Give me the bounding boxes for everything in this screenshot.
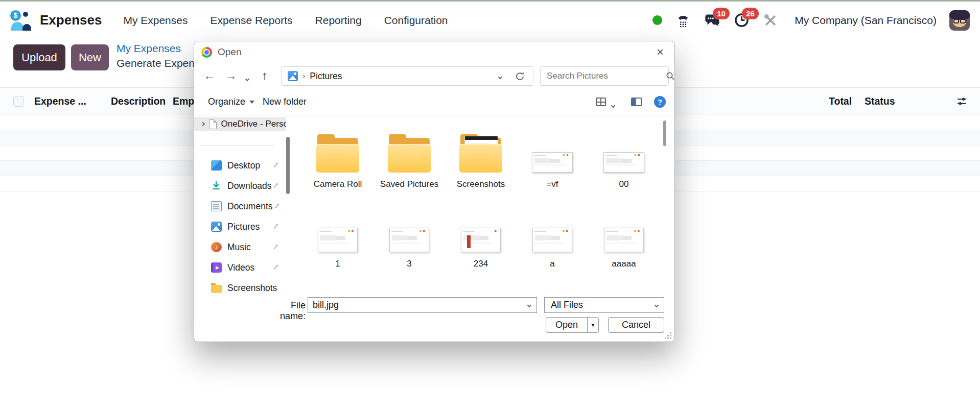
upload-button[interactable]: Upload <box>13 44 65 70</box>
grid-item-file[interactable]: a <box>522 224 583 269</box>
address-dropdown-button[interactable] <box>499 71 502 81</box>
view-mode-button[interactable] <box>596 98 606 106</box>
screen: $ Expenses My Expenses Expense Reports R… <box>0 0 980 412</box>
user-avatar[interactable] <box>949 10 970 31</box>
sidebar-item-label: Music <box>227 242 251 253</box>
new-folder-button[interactable]: New folder <box>263 96 307 107</box>
address-bar-controls <box>499 71 527 81</box>
resize-grip[interactable] <box>665 332 671 339</box>
recent-locations-button[interactable] <box>246 74 249 83</box>
back-button[interactable]: ← <box>203 68 216 83</box>
folder-icon <box>315 133 360 173</box>
select-all-checkbox[interactable] <box>13 96 24 107</box>
close-button[interactable]: × <box>653 45 667 59</box>
chevron-down-icon[interactable] <box>655 303 659 307</box>
grid-item-file[interactable]: 1 <box>307 224 368 269</box>
app-icon-shape <box>11 22 24 31</box>
sidebar-item-videos[interactable]: ▶ Videos <box>194 257 286 278</box>
address-location[interactable]: Pictures <box>310 71 342 82</box>
open-split-dropdown[interactable]: ▼ <box>587 318 598 332</box>
expenses-app-icon[interactable]: $ <box>10 10 32 31</box>
chrome-logo-icon <box>201 47 212 58</box>
grid-item-file[interactable]: 234 <box>450 224 511 269</box>
help-button[interactable]: ? <box>654 96 666 108</box>
optional-columns-button[interactable] <box>956 96 967 107</box>
menu-my-expenses[interactable]: My Expenses <box>123 14 188 27</box>
sidebar-item-pictures[interactable]: Pictures <box>194 216 286 237</box>
file-name-combobox[interactable] <box>308 297 537 313</box>
chevron-down-icon[interactable] <box>527 303 531 307</box>
forward-button[interactable]: → <box>225 68 237 83</box>
view-mode-dropdown[interactable] <box>612 100 615 109</box>
sidebar-item-downloads[interactable]: Downloads <box>194 176 286 196</box>
cancel-button[interactable]: Cancel <box>608 317 664 333</box>
grid-item-file[interactable]: 3 <box>379 224 440 269</box>
file-label: 00 <box>619 179 629 189</box>
organize-label: Organize <box>208 96 245 107</box>
sidebar-item-label: Videos <box>227 262 254 273</box>
search-box[interactable] <box>540 66 669 86</box>
sidebar-item-screenshots[interactable]: Screenshots <box>194 278 286 294</box>
up-button[interactable]: ↑ <box>262 68 268 83</box>
wrench-icon <box>764 14 777 27</box>
search-input[interactable] <box>541 67 666 85</box>
dialog-body: OneDrive - Perso Desktop Downloads <box>194 115 674 294</box>
scrollbar-thumb[interactable] <box>663 120 666 146</box>
grid-item-screenshots[interactable]: Screenshots <box>450 119 511 189</box>
sidebar-scrollbar[interactable] <box>286 136 290 292</box>
chevron-down-icon <box>611 104 615 108</box>
chevron-down-icon <box>245 77 249 81</box>
sidebar-item-music[interactable]: ♪ Music <box>194 237 286 257</box>
open-button[interactable]: Open <box>546 320 587 330</box>
refresh-button[interactable] <box>515 71 525 81</box>
activities-button[interactable]: 26 <box>733 12 750 29</box>
organize-button[interactable]: Organize <box>208 96 254 107</box>
voip-button[interactable] <box>675 12 691 29</box>
sidebar-item-onedrive[interactable]: OneDrive - Perso <box>194 117 286 131</box>
column-employee[interactable]: Emp <box>173 88 194 115</box>
company-switcher[interactable]: My Company (San Francisco) <box>795 14 937 27</box>
sidebar-item-documents[interactable]: Documents <box>194 196 286 216</box>
pin-icon <box>273 203 280 210</box>
sidebar-item-desktop[interactable]: Desktop <box>194 155 286 176</box>
file-type-value: All Files <box>545 300 655 310</box>
image-thumbnail <box>532 228 572 252</box>
expand-chevron-icon[interactable] <box>201 122 205 126</box>
scrollbar-thumb[interactable] <box>286 137 290 194</box>
address-bar[interactable]: › Pictures <box>281 66 533 86</box>
new-button[interactable]: New <box>71 44 109 70</box>
file-label: Saved Pictures <box>380 179 438 189</box>
content-scrollbar[interactable] <box>663 119 666 291</box>
column-total[interactable]: Total <box>829 88 852 115</box>
file-grid-row: 1 3 234 a aa <box>307 224 655 269</box>
image-thumbnail <box>318 228 358 252</box>
column-status[interactable]: Status <box>865 88 895 115</box>
file-type-dropdown[interactable]: All Files <box>544 297 664 313</box>
file-label: Screenshots <box>457 179 505 189</box>
grid-item-file[interactable]: aaaaa <box>593 224 655 269</box>
column-expense-date[interactable]: Expense ... <box>34 88 86 115</box>
app-title[interactable]: Expenses <box>40 12 102 28</box>
main-menu: My Expenses Expense Reports Reporting Co… <box>123 14 448 27</box>
preview-pane-button[interactable] <box>631 98 642 106</box>
menu-expense-reports[interactable]: Expense Reports <box>210 14 292 27</box>
messages-badge: 10 <box>713 8 730 19</box>
support-tools-button[interactable] <box>762 12 779 29</box>
pin-icon <box>272 264 279 271</box>
messages-button[interactable]: 10 <box>704 12 720 29</box>
dialog-titlebar[interactable]: Open × <box>194 41 674 63</box>
grid-item-file[interactable]: =vf <box>522 119 583 189</box>
column-description[interactable]: Description <box>111 88 166 115</box>
menu-reporting[interactable]: Reporting <box>315 14 362 27</box>
file-name-input[interactable] <box>308 300 528 310</box>
file-label: 3 <box>407 259 411 269</box>
pin-icon <box>272 162 279 169</box>
file-label: a <box>550 259 554 269</box>
dialog-title: Open <box>218 46 241 58</box>
sidebar-quick-access: Desktop Downloads Documents <box>194 155 286 294</box>
grid-item-saved-pictures[interactable]: Saved Pictures <box>379 119 440 189</box>
breadcrumb-my-expenses[interactable]: My Expenses <box>116 42 195 55</box>
menu-configuration[interactable]: Configuration <box>384 14 448 27</box>
grid-item-file[interactable]: 00 <box>593 119 655 189</box>
grid-item-camera-roll[interactable]: Camera Roll <box>307 119 368 189</box>
